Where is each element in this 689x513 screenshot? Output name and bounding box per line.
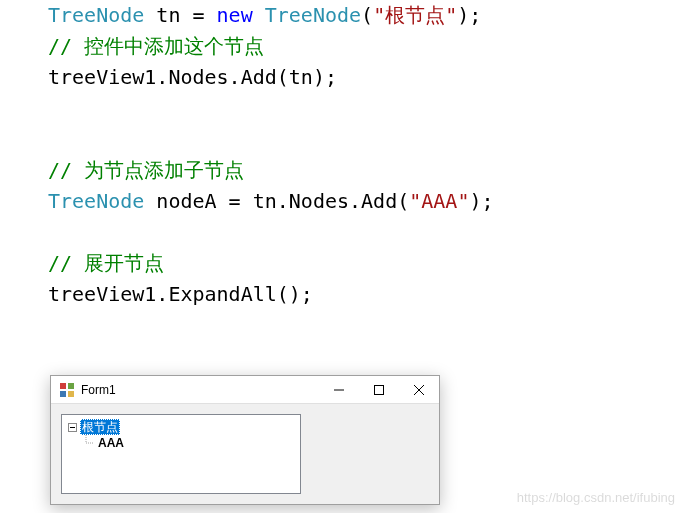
code-text: );: [469, 189, 493, 213]
tree-node-child[interactable]: AAA: [64, 435, 298, 451]
app-icon: [59, 382, 75, 398]
maximize-button[interactable]: [359, 376, 399, 404]
code-comment: // 控件中添加这个节点: [48, 34, 264, 58]
tree-node-root[interactable]: 根节点: [64, 419, 298, 435]
svg-rect-0: [60, 383, 66, 389]
code-type: TreeNode: [253, 3, 361, 27]
code-string: "AAA": [409, 189, 469, 213]
svg-rect-5: [375, 385, 384, 394]
titlebar[interactable]: Form1: [51, 376, 439, 404]
close-button[interactable]: [399, 376, 439, 404]
svg-rect-2: [60, 391, 66, 397]
code-text: );: [457, 3, 481, 27]
tree-node-label[interactable]: 根节点: [80, 419, 120, 435]
code-text: nodeA = tn.Nodes.Add(: [144, 189, 409, 213]
code-string: "根节点": [373, 3, 457, 27]
code-text: treeView1.ExpandAll();: [48, 282, 313, 306]
tree-connector-icon: [82, 435, 94, 451]
svg-rect-1: [68, 383, 74, 389]
window-controls: [319, 376, 439, 404]
watermark: https://blog.csdn.net/ifubing: [517, 490, 675, 505]
code-editor: TreeNode tn = new TreeNode("根节点"); // 控件…: [0, 0, 689, 310]
svg-rect-3: [68, 391, 74, 397]
code-type: TreeNode: [48, 3, 144, 27]
treeview[interactable]: 根节点 AAA: [61, 414, 301, 494]
tree-node-label[interactable]: AAA: [96, 435, 126, 451]
code-comment: // 为节点添加子节点: [48, 158, 244, 182]
form-client-area: 根节点 AAA: [51, 404, 439, 504]
code-type: TreeNode: [48, 189, 144, 213]
minimize-button[interactable]: [319, 376, 359, 404]
collapse-icon[interactable]: [66, 421, 78, 433]
form-window: Form1 根节点: [50, 375, 440, 505]
code-text: (: [361, 3, 373, 27]
code-keyword: new: [217, 3, 253, 27]
code-text: tn =: [144, 3, 216, 27]
code-comment: // 展开节点: [48, 251, 164, 275]
window-title: Form1: [81, 383, 319, 397]
code-text: treeView1.Nodes.Add(tn);: [48, 65, 337, 89]
